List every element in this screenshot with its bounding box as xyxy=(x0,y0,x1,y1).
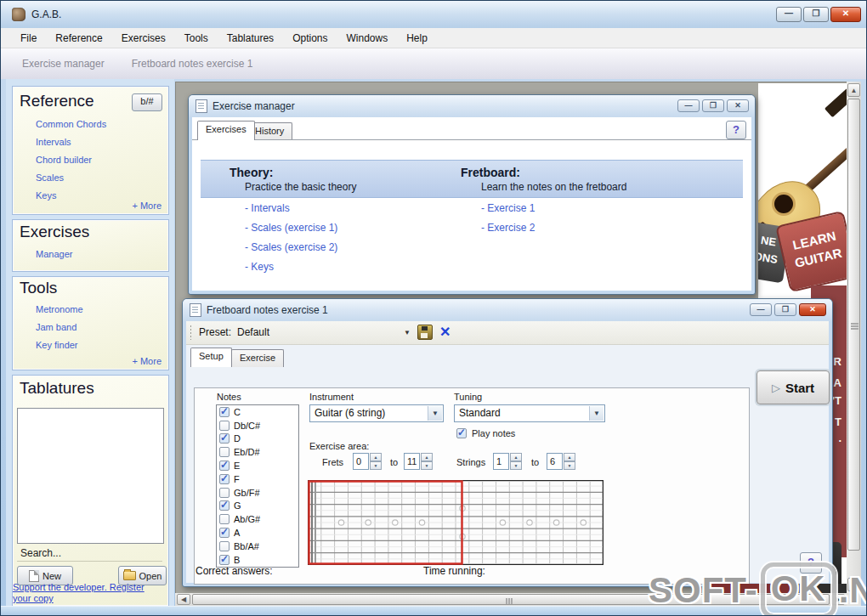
vertical-scroll-thumb[interactable] xyxy=(847,99,860,551)
toolbar-grip[interactable] xyxy=(190,325,192,340)
note-row[interactable]: E xyxy=(217,459,298,472)
reference-more-link[interactable]: + More xyxy=(132,201,162,211)
scroll-left-icon[interactable]: ◀ xyxy=(177,594,190,605)
note-checkbox[interactable] xyxy=(219,447,230,457)
minimize-button[interactable]: — xyxy=(776,7,802,22)
spin-up-icon[interactable]: ▲ xyxy=(421,453,433,461)
close-button[interactable]: ✕ xyxy=(830,7,861,22)
spin-down-icon[interactable]: ▼ xyxy=(421,461,433,470)
note-row[interactable]: F xyxy=(217,472,298,486)
strings-to-arrows[interactable]: ▲▼ xyxy=(564,453,575,470)
register-link-line1[interactable]: Support the developer. Register xyxy=(13,582,144,592)
note-row[interactable]: Db/C# xyxy=(217,419,298,432)
link-key-finder[interactable]: Key finder xyxy=(36,340,78,350)
tablatures-listbox[interactable] xyxy=(17,408,164,544)
note-checkbox[interactable] xyxy=(219,488,230,498)
note-row[interactable]: D xyxy=(217,432,298,446)
note-checkbox[interactable] xyxy=(219,407,230,417)
maximize-button[interactable]: ❐ xyxy=(803,7,829,22)
tuning-combobox[interactable]: Standard ▼ xyxy=(454,404,605,422)
link-manager[interactable]: Manager xyxy=(36,249,72,259)
menu-options[interactable]: Options xyxy=(283,29,337,48)
save-preset-icon[interactable] xyxy=(417,325,433,340)
play-notes-checkbox[interactable] xyxy=(456,428,467,438)
menu-help[interactable]: Help xyxy=(397,29,437,48)
em-link-exercise-2[interactable]: - Exercise 2 xyxy=(481,222,535,234)
doc-tab-fretboard-exercise[interactable]: Fretboard notes exercise 1 xyxy=(132,58,253,70)
link-common-chords[interactable]: Common Chords xyxy=(36,119,106,129)
scroll-up-icon[interactable]: ▲ xyxy=(847,83,860,97)
strings-to-value[interactable]: 6 xyxy=(547,453,563,470)
preset-combobox[interactable]: Default xyxy=(237,326,407,338)
fb-tab-setup[interactable]: Setup xyxy=(190,348,232,367)
tools-more-link[interactable]: + More xyxy=(132,356,162,366)
tablatures-search-input[interactable]: Search... xyxy=(17,545,162,562)
menu-file[interactable]: File xyxy=(11,29,46,48)
frets-to-value[interactable]: 11 xyxy=(404,453,420,470)
strings-to-spinner[interactable]: 6 ▲▼ xyxy=(547,453,575,470)
instrument-combobox[interactable]: Guitar (6 string) ▼ xyxy=(309,404,444,422)
fb-tab-exercise[interactable]: Exercise xyxy=(231,349,284,367)
note-checkbox[interactable] xyxy=(219,555,230,565)
link-chord-builder[interactable]: Chord builder xyxy=(36,155,92,165)
frets-to-arrows[interactable]: ▲▼ xyxy=(421,453,433,470)
em-tab-exercises[interactable]: Exercises xyxy=(197,121,255,140)
link-jam-band[interactable]: Jam band xyxy=(36,322,76,332)
doc-tab-exercise-manager[interactable]: Exercise manager xyxy=(22,58,105,70)
strings-from-value[interactable]: 1 xyxy=(493,453,509,470)
frets-to-spinner[interactable]: 11 ▲▼ xyxy=(404,453,433,470)
notes-checkbox-list[interactable]: C Db/C# D Eb/D# E F Gb/F# G Ab/G# A Bb/A… xyxy=(216,404,299,568)
fb-close-button[interactable]: ✕ xyxy=(799,303,826,316)
spin-down-icon[interactable]: ▼ xyxy=(564,461,575,470)
em-close-button[interactable]: ✕ xyxy=(727,99,749,112)
tuning-dropdown-arrow[interactable]: ▼ xyxy=(589,406,604,421)
note-row[interactable]: Eb/D# xyxy=(217,445,298,459)
note-row[interactable]: A xyxy=(217,526,298,540)
strings-from-arrows[interactable]: ▲▼ xyxy=(510,453,522,470)
em-maximize-button[interactable]: ❐ xyxy=(702,99,724,112)
instrument-dropdown-arrow[interactable]: ▼ xyxy=(428,406,442,421)
menu-windows[interactable]: Windows xyxy=(337,29,397,48)
note-checkbox[interactable] xyxy=(219,421,230,431)
note-checkbox[interactable] xyxy=(219,461,230,471)
em-minimize-button[interactable]: — xyxy=(677,99,700,112)
strings-from-spinner[interactable]: 1 ▲▼ xyxy=(493,453,522,470)
fretboard-diagram[interactable] xyxy=(308,480,604,565)
note-row[interactable]: G xyxy=(217,500,298,513)
menu-exercises[interactable]: Exercises xyxy=(112,29,175,48)
em-link-exercise-1[interactable]: - Exercise 1 xyxy=(481,202,535,214)
delete-preset-icon[interactable]: ✕ xyxy=(439,324,450,340)
frets-from-value[interactable]: 0 xyxy=(353,453,369,470)
link-scales[interactable]: Scales xyxy=(36,172,64,183)
link-metronome[interactable]: Metronome xyxy=(36,304,83,314)
spin-up-icon[interactable]: ▲ xyxy=(564,453,575,461)
note-row[interactable]: Bb/A# xyxy=(217,540,298,553)
start-button[interactable]: ▷ Start xyxy=(756,370,830,404)
play-notes-option[interactable]: Play notes xyxy=(456,428,515,438)
note-checkbox[interactable] xyxy=(219,500,230,511)
note-checkbox[interactable] xyxy=(219,514,230,524)
spin-down-icon[interactable]: ▼ xyxy=(370,461,382,470)
link-keys[interactable]: Keys xyxy=(36,190,56,201)
em-link-scales-2[interactable]: - Scales (exercise 2) xyxy=(245,241,337,253)
em-link-keys[interactable]: - Keys xyxy=(245,261,274,273)
fb-minimize-button[interactable]: — xyxy=(750,303,772,316)
note-checkbox[interactable] xyxy=(219,474,230,484)
note-row[interactable]: Gb/F# xyxy=(217,486,298,500)
em-help-button[interactable]: ? xyxy=(726,121,746,139)
register-link-line2[interactable]: your copy xyxy=(13,593,54,603)
note-row[interactable]: C xyxy=(217,405,298,419)
preset-dropdown-arrow[interactable]: ▼ xyxy=(404,329,411,336)
spin-down-icon[interactable]: ▼ xyxy=(510,461,522,470)
flat-sharp-toggle-button[interactable]: b/# xyxy=(132,93,162,111)
link-intervals[interactable]: Intervals xyxy=(36,137,71,147)
menu-tablatures[interactable]: Tablatures xyxy=(218,29,283,48)
em-link-scales-1[interactable]: - Scales (exercise 1) xyxy=(245,222,337,234)
vertical-scrollbar[interactable]: ▲ ▼ xyxy=(847,82,861,593)
em-link-intervals[interactable]: - Intervals xyxy=(245,202,290,214)
fb-maximize-button[interactable]: ❐ xyxy=(774,303,796,316)
menu-tools[interactable]: Tools xyxy=(175,29,218,48)
note-row[interactable]: Ab/G# xyxy=(217,512,298,526)
note-checkbox[interactable] xyxy=(219,541,230,551)
note-checkbox[interactable] xyxy=(219,433,230,444)
